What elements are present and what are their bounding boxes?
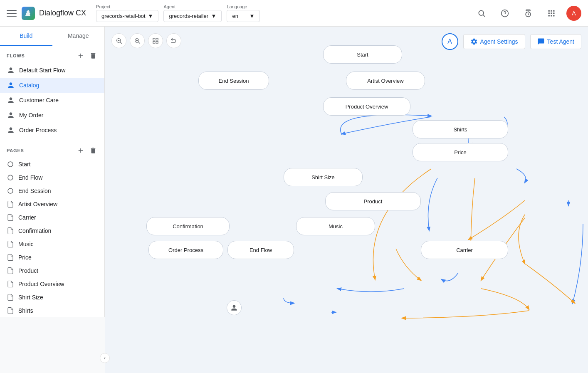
svg-rect-8 (553, 10, 554, 11)
flow-node-confirmation[interactable]: Confirmation (146, 217, 230, 235)
app-logo-icon (22, 7, 35, 20)
flow-item-default-start-flow[interactable]: Default Start Flow (0, 63, 104, 78)
tab-build[interactable]: Build (0, 27, 52, 46)
pages-actions (76, 146, 98, 155)
canvas-top-right: A Agent Settings Test Agent (442, 33, 581, 50)
undo-button[interactable] (166, 33, 181, 48)
svg-rect-9 (548, 12, 550, 14)
flow-node-shirts[interactable]: Shirts (413, 120, 508, 138)
nav-icons: A (473, 5, 581, 22)
page-item-product-overview[interactable]: Product Overview (0, 277, 104, 291)
svg-point-16 (8, 175, 13, 180)
svg-rect-14 (553, 15, 554, 16)
flow-node-carrier[interactable]: Carrier (421, 241, 508, 259)
flow-node-end-session[interactable]: End Session (198, 72, 269, 90)
language-arrow-icon: ▼ (250, 13, 255, 19)
flow-node-music[interactable]: Music (296, 217, 375, 235)
agent-settings-button[interactable]: Agent Settings (463, 34, 525, 49)
svg-rect-6 (548, 10, 550, 11)
timer-button[interactable] (520, 5, 536, 22)
language-dropdown[interactable]: en ▼ (227, 10, 260, 22)
svg-rect-7 (551, 10, 552, 11)
top-navbar: Dialogflow CX Project grecords-retail-bo… (0, 0, 588, 27)
language-dropdown-group: Language en ▼ (227, 4, 260, 22)
svg-rect-12 (548, 15, 550, 16)
flows-actions (76, 51, 98, 60)
page-item-end-session[interactable]: End Session (0, 184, 104, 198)
flow-node-end-flow[interactable]: End Flow (227, 241, 294, 259)
page-item-start[interactable]: Start (0, 158, 104, 171)
svg-rect-28 (156, 41, 158, 43)
project-arrow-icon: ▼ (148, 13, 153, 19)
sidebar: Build Manage FLOWS Default Star (0, 27, 105, 317)
svg-point-17 (8, 188, 13, 193)
main-area: Build Manage FLOWS Default Star (0, 27, 588, 373)
flow-node-product-overview[interactable]: Product Overview (323, 97, 410, 116)
project-dropdown[interactable]: grecords-retail-bot ▼ (96, 10, 158, 22)
apps-button[interactable] (543, 5, 560, 22)
search-button[interactable] (473, 5, 490, 22)
agent-avatar-circle[interactable]: A (442, 33, 458, 50)
tab-manage[interactable]: Manage (52, 27, 105, 46)
page-item-artist-overview[interactable]: Artist Overview (0, 198, 104, 211)
agent-dropdown[interactable]: grecords-retailer ▼ (163, 10, 222, 22)
flow-item-my-order[interactable]: My Order (0, 108, 104, 123)
page-item-product[interactable]: Product (0, 264, 104, 277)
pages-label: PAGES (7, 148, 24, 153)
flow-item-order-process[interactable]: Order Process (0, 123, 104, 138)
agent-node[interactable] (227, 300, 242, 315)
page-item-music[interactable]: Music (0, 237, 104, 251)
agent-settings-label: Agent Settings (480, 38, 518, 45)
test-agent-button[interactable]: Test Agent (530, 34, 581, 49)
pages-list: StartEnd FlowEnd SessionArtist OverviewC… (0, 158, 104, 317)
flow-node-price[interactable]: Price (413, 143, 508, 161)
agent-dropdown-group: Agent grecords-retailer ▼ (163, 4, 222, 22)
agent-label: Agent (163, 4, 222, 9)
project-value: grecords-retail-bot (101, 13, 146, 19)
sidebar-collapse-button[interactable]: ‹ (100, 353, 110, 363)
add-page-button[interactable] (76, 146, 85, 155)
svg-point-15 (8, 162, 13, 167)
flow-item-catalog[interactable]: Catalog (0, 78, 104, 93)
flow-item-customer-care[interactable]: Customer Care (0, 93, 104, 108)
help-button[interactable] (497, 5, 513, 22)
page-item-shirts[interactable]: Shirts (0, 304, 104, 317)
svg-rect-11 (553, 12, 554, 14)
page-item-shirt-size[interactable]: Shirt Size (0, 291, 104, 304)
agent-value: grecords-retailer (169, 13, 208, 19)
user-avatar-button[interactable]: A (566, 6, 581, 21)
zoom-out-button[interactable] (111, 33, 126, 48)
delete-page-button[interactable] (89, 146, 98, 155)
flows-section-header: FLOWS (0, 46, 104, 63)
page-item-price[interactable]: Price (0, 251, 104, 264)
canvas-toolbar (111, 33, 181, 48)
page-item-carrier[interactable]: Carrier (0, 211, 104, 224)
flows-list: Default Start Flow Catalog Customer Care… (0, 63, 104, 138)
fit-view-button[interactable] (148, 33, 163, 48)
add-flow-button[interactable] (76, 51, 85, 60)
svg-point-0 (479, 10, 484, 15)
flow-node-shirt-size[interactable]: Shirt Size (284, 168, 363, 186)
hamburger-menu[interactable] (7, 8, 17, 18)
sidebar-tabs: Build Manage (0, 27, 104, 46)
canvas-area[interactable]: A Agent Settings Test Agent (105, 27, 588, 373)
app-title: Dialogflow CX (39, 9, 86, 17)
agent-arrow-icon: ▼ (211, 13, 217, 19)
logo-area: Dialogflow CX (22, 7, 86, 20)
svg-rect-10 (551, 12, 552, 14)
page-item-confirmation[interactable]: Confirmation (0, 224, 104, 237)
svg-rect-4 (526, 10, 530, 11)
delete-flow-button[interactable] (89, 51, 98, 60)
flows-label: FLOWS (7, 53, 25, 58)
flow-node-artist-overview[interactable]: Artist Overview (346, 72, 425, 90)
svg-line-1 (483, 15, 485, 17)
zoom-in-button[interactable] (130, 33, 145, 48)
flow-node-start[interactable]: Start (323, 45, 402, 64)
flow-node-order-process[interactable]: Order Process (148, 241, 223, 259)
nav-dropdowns: Project grecords-retail-bot ▼ Agent grec… (96, 4, 260, 22)
page-item-end-flow[interactable]: End Flow (0, 171, 104, 184)
flow-node-product[interactable]: Product (325, 192, 421, 210)
svg-rect-27 (153, 41, 155, 43)
svg-rect-13 (551, 15, 552, 16)
project-label: Project (96, 4, 158, 9)
